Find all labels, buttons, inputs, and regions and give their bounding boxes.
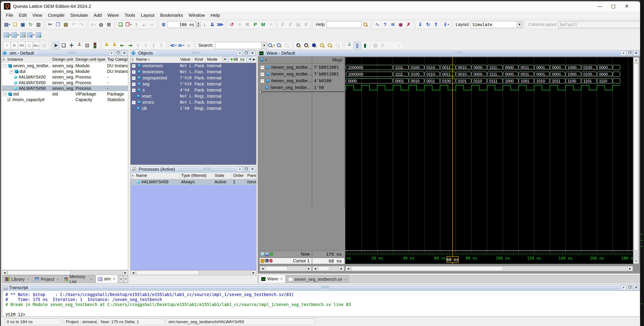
add-to-wave-button[interactable]: +▾ [3,31,11,39]
redo-button[interactable]: ↷ [78,21,86,28]
goto-time-end-button[interactable]: ⇥ [247,57,252,62]
cursor-edit-icon[interactable] [265,259,268,262]
objects-row[interactable]: +testvectorsNot L...Fixe...Internal [130,69,256,75]
wave-export-icon[interactable] [260,252,264,256]
sim-tree-row[interactable]: +stdstdVlPackagePackage [2,91,128,97]
column-header-name[interactable]: Name [134,172,180,179]
zoom-full-button[interactable] [310,42,318,49]
wave-canvas[interactable]: 10000001111...0100...0110...0011...0010.… [345,57,633,264]
expand-all-button[interactable]: ≫▾ [177,42,185,49]
scroll-left-button[interactable]: ◀ [312,266,318,271]
tab-library[interactable]: Library✕ [3,275,32,283]
reload-wave-button[interactable]: ➜ [34,31,42,39]
tree-expander[interactable]: + [260,72,264,76]
stop-button[interactable]: ✖ [244,21,252,28]
menu-layout[interactable]: Layout [138,12,157,19]
wave-cursor-row[interactable]: Cursor 1 68 ns [260,258,344,264]
run-continue-button[interactable]: ⇊ [208,21,216,28]
back-button[interactable]: ← [140,21,148,28]
paste-button[interactable]: ▦ [62,21,70,28]
questa-help-button[interactable]: ? [381,21,389,28]
wave-signal-name[interactable]: /seven_seg_testbe... [260,85,312,91]
sim-add-panel-button[interactable]: + [109,51,114,56]
tab-memory-list[interactable]: Memory List✕ [62,275,95,283]
menu-bookmarks[interactable]: Bookmarks [157,12,186,19]
column-header-state[interactable]: State [213,172,232,179]
menu-view[interactable]: View [30,12,45,19]
column-header-instance[interactable]: Instance [6,56,51,63]
maximize-button[interactable]: ▢ [607,1,620,11]
group-signals-button[interactable]: ◈ [185,42,193,49]
column-overflow-icon[interactable]: ▶ [253,58,255,61]
wave-display-icon[interactable] [265,252,269,256]
menu-tools[interactable]: Tools [122,12,138,19]
column-header-top-category[interactable]: Top Category [106,56,128,63]
close-tab-button[interactable]: ✕ [56,277,59,281]
column-header-type-filtered-[interactable]: Type (filtered) [180,172,213,179]
transcript-log[interactable]: # ** Note: $stop : C:/Users/ccoggshall/D… [2,291,640,316]
edit-tool-button[interactable]: ⊡ [83,42,91,49]
zoom-between-cursors-button[interactable] [326,42,334,49]
remove-from-wave-button[interactable]: −▾ [11,31,19,39]
mouse-pan-mode-button[interactable]: ▮ [361,42,369,49]
close-tab-button[interactable]: ✕ [113,277,116,281]
next-falling-edge-button[interactable]: ↧ [158,42,165,49]
columnlayout-combo[interactable]: Default▼ [558,21,640,28]
next-transition-button[interactable]: ⇥ [126,42,134,49]
layout-combo[interactable]: Simulate▼ [470,21,522,28]
close-tab-button[interactable]: ✕ [26,277,29,281]
previous-rising-edge-button[interactable]: ⇞ [134,42,142,49]
scroll-left-button[interactable]: ◀ [346,266,351,271]
help-search-button[interactable] [362,21,369,28]
tree-expander[interactable]: + [132,76,136,80]
transcript-undock-panel-button[interactable]: ❐ [627,285,633,290]
next-rising-edge-button[interactable]: ⇟ [142,42,150,49]
performance-profile-button[interactable]: P [252,21,259,28]
tree-expander[interactable]: + [132,101,136,104]
wave-insertion-pointer[interactable] [260,92,344,92]
cursor-delete-icon[interactable] [269,259,273,262]
goto-bottom-button[interactable]: ⇓▾ [442,21,450,28]
scroll-right-button[interactable]: ▶ [251,270,256,275]
close-tab-button[interactable]: ✕ [90,277,92,281]
wave-add-panel-button[interactable]: + [621,51,626,56]
sim-tree-row[interactable]: +dutseven_seg...ModuleDU Instance [2,69,128,74]
tab-wave[interactable]: Wave✕ [259,275,286,283]
scroll-left-button[interactable]: ◀ [260,266,265,271]
tab-project[interactable]: Project✕ [32,275,62,283]
save-button[interactable]: ▣ [19,21,27,28]
menu-simulate[interactable]: Simulate [67,12,91,19]
select-all-signals-button[interactable]: ALL [33,42,40,49]
sim-tree-row[interactable]: #ALWAYS#20seven_seg...Process- [2,74,128,80]
insert-cursor-button[interactable]: ┻ [103,42,110,49]
filter-icon[interactable]: ▼ [2,56,6,63]
help-search-input[interactable] [326,21,362,28]
run-all-button[interactable]: ⋙ [216,21,224,28]
sim-undock-panel-button[interactable]: ❐ [115,51,121,56]
goto-next-button[interactable]: ⇓ [416,21,424,28]
wave-signal-name[interactable]: +/seven_seg_testbe... [260,78,312,84]
reload-button[interactable]: ↻ [27,21,34,28]
compile-button[interactable]: ◈▾ [89,21,97,28]
restart-button[interactable]: ↺ [228,21,236,28]
column-header-order[interactable]: Order [232,172,246,179]
wave-names-scrollbar[interactable]: ◀▶ [260,266,312,271]
objects-panel-grip[interactable] [156,52,235,54]
memory-profile-button[interactable]: M [259,21,267,28]
processes-add-panel-button[interactable]: + [237,167,243,172]
sim-close-panel-button[interactable]: ✕ [122,51,127,56]
link-environment-button[interactable]: ❑ [117,21,124,28]
transcript-close-panel-button[interactable]: ✕ [633,285,639,290]
filter-icon[interactable]: ▼ [130,56,135,63]
tree-expander[interactable]: + [3,92,7,96]
scroll-tabs-left-button[interactable]: « [119,275,123,282]
scroll-right-button[interactable]: ▶ [628,266,633,271]
scroll-thumb[interactable] [8,270,70,275]
run-length-spinner[interactable]: ▲▼ [196,22,200,28]
previous-falling-edge-button[interactable]: ↥ [150,42,158,49]
transcript-add-panel-button[interactable]: + [621,285,626,290]
menu-file[interactable]: File [3,12,16,19]
pause-button[interactable]: ✦ [267,21,275,28]
search-combo[interactable]: ▼ [215,42,267,49]
scroll-tabs-right-button[interactable]: » [124,275,128,282]
